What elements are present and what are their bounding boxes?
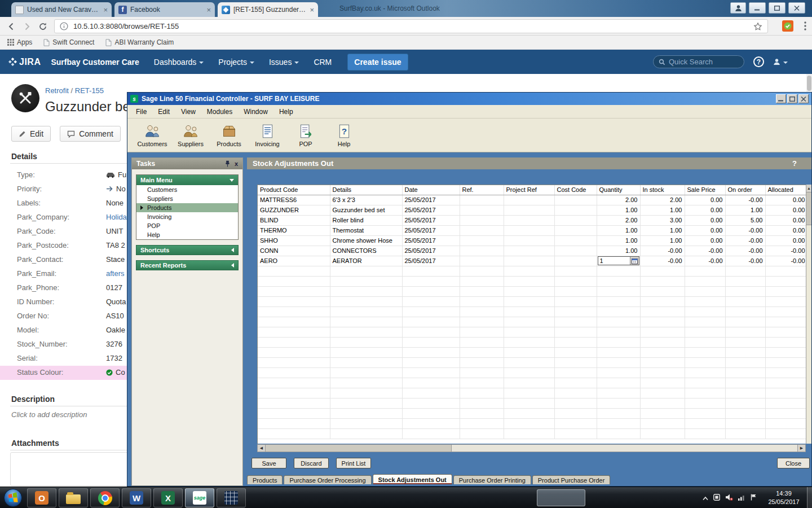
empty-cell[interactable] <box>685 276 725 286</box>
empty-cell[interactable] <box>258 347 330 357</box>
cell[interactable] <box>504 256 554 266</box>
empty-cell[interactable] <box>258 408 330 418</box>
empty-cell[interactable] <box>725 357 765 367</box>
cell[interactable]: 0.00 <box>765 195 806 205</box>
empty-cell[interactable] <box>765 296 806 306</box>
empty-cell[interactable] <box>725 327 765 337</box>
bookmark-item[interactable]: ABI Warranty Claim <box>105 38 174 46</box>
cell[interactable]: 0.00 <box>765 225 806 235</box>
menu-window[interactable]: Window <box>238 106 273 117</box>
empty-cell[interactable] <box>597 367 640 378</box>
cell[interactable]: -0.00 <box>725 235 765 246</box>
empty-cell[interactable] <box>597 428 640 439</box>
empty-cell[interactable] <box>330 266 402 276</box>
cell[interactable]: 0.00 <box>765 235 806 246</box>
cell[interactable]: 1 <box>597 256 640 266</box>
toolbar-help-button[interactable]: ?Help <box>328 121 360 150</box>
cell[interactable]: 0.00 <box>765 215 806 225</box>
empty-cell[interactable] <box>597 337 640 347</box>
empty-cell[interactable] <box>640 296 685 306</box>
cell[interactable]: 25/05/2017 <box>402 215 460 225</box>
cell[interactable] <box>504 205 554 215</box>
empty-cell[interactable] <box>765 378 806 388</box>
cell[interactable] <box>504 195 554 205</box>
empty-cell[interactable] <box>725 388 765 398</box>
cell[interactable]: CONNECTORS <box>330 246 402 256</box>
scroll-right-arrow[interactable]: ▶ <box>797 445 805 452</box>
taskbar-window-button[interactable] <box>537 489 585 506</box>
empty-cell[interactable] <box>258 337 330 347</box>
description-placeholder[interactable]: Click to add description <box>11 410 87 419</box>
empty-cell[interactable] <box>330 337 402 347</box>
discard-button[interactable]: Discard <box>294 458 329 468</box>
breadcrumb-issue-link[interactable]: RET-155 <box>75 86 104 95</box>
browser-tab[interactable]: Used and New Caravans× <box>11 2 112 17</box>
cell[interactable]: 0.00 <box>685 225 725 235</box>
main-menu-item-invoicing[interactable]: Invoicing <box>136 212 238 221</box>
empty-cell[interactable] <box>685 408 725 418</box>
empty-cell[interactable] <box>554 408 597 418</box>
empty-cell[interactable] <box>685 286 725 296</box>
menu-help[interactable]: Help <box>273 106 299 117</box>
cell[interactable] <box>554 205 597 215</box>
cell[interactable]: AERATOR <box>330 256 402 266</box>
empty-cell[interactable] <box>765 418 806 428</box>
empty-cell[interactable] <box>765 337 806 347</box>
cell[interactable]: 1.00 <box>640 205 685 215</box>
empty-cell[interactable] <box>597 266 640 276</box>
empty-cell[interactable] <box>685 398 725 408</box>
empty-cell[interactable] <box>685 367 725 378</box>
cell[interactable] <box>460 205 504 215</box>
empty-cell[interactable] <box>460 388 504 398</box>
nav-item-projects[interactable]: Projects <box>218 58 254 67</box>
empty-cell[interactable] <box>330 418 402 428</box>
empty-cell[interactable] <box>554 306 597 317</box>
empty-cell[interactable] <box>725 408 765 418</box>
cell[interactable]: 1.00 <box>640 225 685 235</box>
taskbar-chrome-button[interactable] <box>90 488 120 507</box>
cell[interactable]: 0.00 <box>685 215 725 225</box>
empty-cell[interactable] <box>258 306 330 317</box>
tray-flag-icon[interactable] <box>751 493 757 503</box>
edit-button[interactable]: Edit <box>11 126 51 142</box>
empty-cell[interactable] <box>330 286 402 296</box>
empty-cell[interactable] <box>597 378 640 388</box>
save-button[interactable]: Save <box>251 458 286 468</box>
empty-cell[interactable] <box>554 347 597 357</box>
show-desktop-button[interactable] <box>807 487 812 508</box>
empty-cell[interactable] <box>504 296 554 306</box>
empty-cell[interactable] <box>504 337 554 347</box>
empty-cell[interactable] <box>402 388 460 398</box>
tab-close-icon[interactable]: × <box>103 6 108 14</box>
cell[interactable] <box>504 215 554 225</box>
empty-cell[interactable] <box>460 347 504 357</box>
empty-cell[interactable] <box>330 317 402 327</box>
empty-cell[interactable] <box>258 378 330 388</box>
taskbar-folder-button[interactable] <box>59 488 88 507</box>
tab-product-purchase-order[interactable]: Product Purchase Order <box>532 475 611 484</box>
empty-cell[interactable] <box>597 398 640 408</box>
empty-cell[interactable] <box>258 286 330 296</box>
cell[interactable]: 0.00 <box>685 235 725 246</box>
cell[interactable]: CONN <box>258 246 330 256</box>
cell[interactable]: SHHO <box>258 235 330 246</box>
quick-search-input[interactable] <box>669 58 739 66</box>
cell[interactable]: -0.00 <box>725 246 765 256</box>
cell[interactable]: 25/05/2017 <box>402 195 460 205</box>
empty-cell[interactable] <box>460 367 504 378</box>
main-menu-item-customers[interactable]: Customers <box>136 185 238 194</box>
menu-modules[interactable]: Modules <box>201 106 238 117</box>
empty-cell[interactable] <box>765 398 806 408</box>
empty-cell[interactable] <box>725 276 765 286</box>
tab-products[interactable]: Products <box>247 475 283 484</box>
empty-cell[interactable] <box>640 337 685 347</box>
main-menu-item-pop[interactable]: POP <box>136 221 238 230</box>
empty-cell[interactable] <box>504 286 554 296</box>
cell[interactable] <box>460 195 504 205</box>
empty-cell[interactable] <box>640 357 685 367</box>
page-info-icon[interactable] <box>60 22 68 30</box>
tray-network-icon[interactable] <box>738 493 745 503</box>
sage-close-button[interactable] <box>798 94 809 103</box>
quick-search-box[interactable] <box>653 55 744 68</box>
empty-cell[interactable] <box>330 367 402 378</box>
